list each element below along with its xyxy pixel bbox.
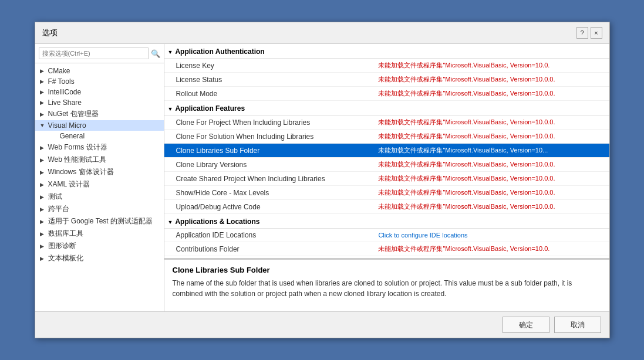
sidebar-label-windesigner: Windows 窗体设计器	[48, 167, 114, 177]
dialog-title: 选项	[42, 28, 58, 38]
settings-row[interactable]: Create Shared Project When Including Lib…	[164, 172, 609, 186]
sidebar-tree: CMakeF# ToolsIntelliCodeLive ShareNuGet …	[35, 63, 164, 311]
sidebar-label-nuget: NuGet 包管理器	[48, 109, 99, 119]
settings-value: 未能加载文件或程序集"Microsoft.VisualBasic, Versio…	[373, 158, 609, 172]
sidebar-item-webtest[interactable]: Web 性能测试工具	[35, 154, 164, 166]
settings-value: 未能加载文件或程序集"Microsoft.VisualBasic, Versio…	[373, 59, 609, 73]
settings-label: Clone Libraries Sub Folder	[164, 144, 374, 158]
title-bar-controls: ? ×	[576, 27, 602, 39]
settings-row[interactable]: Clone For Project When Including Librari…	[164, 116, 609, 130]
sidebar-item-visualmicro[interactable]: Visual Micro	[35, 120, 164, 131]
sidebar-label-general: General	[60, 132, 85, 140]
settings-row[interactable]: Upload/Debug Active Code未能加载文件或程序集"Micro…	[164, 200, 609, 214]
settings-row[interactable]: Rollout Mode未能加载文件或程序集"Microsoft.VisualB…	[164, 87, 609, 101]
description-title: Clone Libraries Sub Folder	[173, 266, 601, 274]
sidebar-item-intellicode[interactable]: IntelliCode	[35, 87, 164, 97]
arrow-icon-windesigner	[40, 169, 48, 175]
arrow-icon-cmake	[40, 68, 48, 74]
settings-row[interactable]: Clone For Solution When Including Librar…	[164, 130, 609, 144]
settings-row[interactable]: License Key未能加载文件或程序集"Microsoft.VisualBa…	[164, 59, 609, 73]
close-button[interactable]: ×	[591, 27, 602, 39]
dialog-content: 🔍 CMakeF# ToolsIntelliCodeLive ShareNuGe…	[35, 44, 609, 311]
sidebar-label-platform: 跨平台	[48, 204, 69, 214]
sidebar-item-googletest[interactable]: 适用于 Google Test 的测试适配器	[35, 215, 164, 227]
settings-row[interactable]: Clone Library Versions未能加载文件或程序集"Microso…	[164, 158, 609, 172]
sidebar-label-webforms: Web Forms 设计器	[48, 142, 107, 152]
arrow-icon-webforms	[40, 145, 48, 151]
footer: 确定 取消	[35, 311, 609, 338]
settings-value: 未能加载文件或程序集"Microsoft.VisualBasic, Versio…	[373, 130, 609, 144]
settings-value: 未能加载文件或程序集"Microsoft.VisualBasic, Versio…	[373, 144, 609, 158]
sidebar-item-webforms[interactable]: Web Forms 设计器	[35, 141, 164, 154]
settings-label: Rollout Mode	[164, 87, 374, 101]
section-header-app-auth: ▼Application Authentication	[164, 44, 609, 59]
sidebar-label-test: 测试	[48, 192, 62, 202]
section-header-app-features: ▼Application Features	[164, 101, 609, 116]
arrow-icon-diagrams	[40, 243, 48, 249]
sidebar-item-fsharp[interactable]: F# Tools	[35, 76, 164, 87]
sidebar-item-windesigner[interactable]: Windows 窗体设计器	[35, 166, 164, 178]
settings-label: Clone For Project When Including Librari…	[164, 116, 374, 130]
settings-label: Upload/Debug Active Code	[164, 200, 374, 214]
arrow-icon-nuget	[40, 111, 48, 117]
sidebar-label-intellicode: IntelliCode	[48, 88, 82, 96]
settings-row[interactable]: Show/Hide Core - Max Levels未能加载文件或程序集"Mi…	[164, 186, 609, 200]
settings-label: License Key	[164, 59, 374, 73]
arrow-icon-intellicode	[40, 89, 48, 95]
sidebar-item-xaml[interactable]: XAML 设计器	[35, 178, 164, 191]
sidebar-label-templates: 文本模板化	[48, 253, 83, 263]
arrow-icon-fsharp	[40, 79, 48, 84]
arrow-icon-visualmicro	[40, 123, 48, 128]
sidebar-label-googletest: 适用于 Google Test 的测试适配器	[48, 216, 153, 226]
section-header-app-locations: ▼Applications & Locations	[164, 214, 609, 229]
sidebar-label-visualmicro: Visual Micro	[48, 121, 86, 130]
sidebar-label-fsharp: F# Tools	[48, 77, 75, 86]
arrow-icon-test	[40, 194, 48, 200]
settings-row[interactable]: Application IDE LocationsClick to config…	[164, 229, 609, 242]
settings-row[interactable]: License Status未能加载文件或程序集"Microsoft.Visua…	[164, 73, 609, 87]
settings-label: Clone Library Versions	[164, 158, 374, 172]
settings-label: Clone For Solution When Including Librar…	[164, 130, 374, 144]
settings-row[interactable]: Contributions Folder未能加载文件或程序集"Microsoft…	[164, 242, 609, 256]
ok-button[interactable]: 确定	[503, 317, 549, 333]
settings-value: 未能加载文件或程序集"Microsoft.VisualBasic, Versio…	[373, 186, 609, 200]
arrow-icon-liveshare	[40, 100, 48, 106]
sidebar-label-cmake: CMake	[48, 67, 70, 75]
sidebar-label-liveshare: Live Share	[48, 99, 82, 107]
settings-label: Show/Hide Core - Max Levels	[164, 186, 374, 200]
settings-value: 未能加载文件或程序集"Microsoft.VisualBasic, Versio…	[373, 73, 609, 87]
sidebar-item-templates[interactable]: 文本模板化	[35, 252, 164, 264]
sidebar-item-cmake[interactable]: CMake	[35, 66, 164, 76]
sidebar-item-test[interactable]: 测试	[35, 191, 164, 203]
help-button[interactable]: ?	[576, 27, 588, 39]
search-box: 🔍	[35, 44, 164, 63]
arrow-icon-webtest	[40, 157, 48, 163]
sidebar-item-platform[interactable]: 跨平台	[35, 203, 164, 215]
settings-table-element: ▼Application AuthenticationLicense Key未能…	[164, 44, 609, 259]
arrow-icon-googletest	[40, 219, 48, 225]
settings-row[interactable]: Clone Libraries Sub Folder未能加载文件或程序集"Mic…	[164, 144, 609, 158]
sidebar-label-database: 数据库工具	[48, 229, 83, 239]
description-panel: Clone Libraries Sub Folder The name of t…	[164, 259, 609, 311]
settings-value: 未能加载文件或程序集"Microsoft.VisualBasic, Versio…	[373, 116, 609, 130]
cancel-button[interactable]: 取消	[554, 317, 601, 333]
options-dialog: 选项 ? × 🔍 CMakeF# ToolsIntelliCodeLive Sh…	[35, 22, 610, 338]
sidebar-label-xaml: XAML 设计器	[48, 179, 90, 189]
sidebar-item-general[interactable]: General	[35, 131, 164, 141]
settings-value: Click to configure IDE locations	[373, 229, 609, 242]
settings-value: 未能加载文件或程序集"Microsoft.VisualBasic, Versio…	[373, 242, 609, 256]
sidebar-item-diagrams[interactable]: 图形诊断	[35, 240, 164, 252]
arrow-icon-xaml	[40, 182, 48, 188]
sidebar-item-liveshare[interactable]: Live Share	[35, 97, 164, 108]
sidebar-item-nuget[interactable]: NuGet 包管理器	[35, 108, 164, 120]
sidebar-item-database[interactable]: 数据库工具	[35, 227, 164, 240]
settings-value: 未能加载文件或程序集"Microsoft.VisualBasic, Versio…	[373, 200, 609, 214]
sidebar: 🔍 CMakeF# ToolsIntelliCodeLive ShareNuGe…	[35, 44, 164, 311]
sidebar-label-webtest: Web 性能测试工具	[48, 155, 107, 165]
settings-label: Contributions Folder	[164, 242, 374, 256]
sidebar-label-diagrams: 图形诊断	[48, 241, 76, 251]
settings-value: 未能加载文件或程序集"Microsoft.VisualBasic, Versio…	[373, 87, 609, 101]
settings-table: ▼Application AuthenticationLicense Key未能…	[164, 44, 609, 259]
search-input[interactable]	[39, 47, 149, 59]
right-panel: ▼Application AuthenticationLicense Key未能…	[164, 44, 609, 311]
